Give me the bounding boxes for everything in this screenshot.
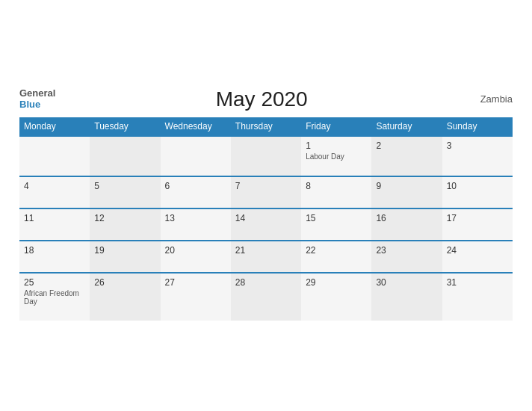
calendar-cell [161, 136, 231, 176]
calendar-cell: 11 [19, 208, 90, 241]
calendar-cell [19, 136, 90, 176]
day-number: 13 [165, 213, 226, 223]
calendar-cell: 24 [442, 241, 513, 273]
day-number: 17 [447, 213, 508, 223]
calendar-cell: 27 [161, 273, 231, 321]
calendar-title: May 2020 [55, 87, 468, 111]
calendar-cell: 7 [231, 176, 301, 208]
calendar: General Blue May 2020 Zambia Monday Tues… [8, 80, 524, 332]
day-number: 29 [306, 277, 367, 288]
day-number: 20 [165, 245, 226, 256]
col-tuesday: Tuesday [90, 117, 160, 136]
col-wednesday: Wednesday [161, 117, 231, 136]
day-number: 22 [306, 245, 367, 256]
day-number: 1 [306, 140, 367, 151]
day-number: 24 [447, 245, 508, 256]
day-number: 3 [447, 140, 508, 151]
calendar-week-row: 25African Freedom Day262728293031 [19, 273, 513, 321]
calendar-cell: 29 [301, 273, 371, 321]
calendar-cell: 12 [90, 208, 160, 241]
calendar-cell: 5 [90, 176, 160, 208]
day-number: 23 [376, 245, 437, 256]
day-number: 30 [376, 277, 437, 288]
day-number: 27 [165, 277, 226, 288]
calendar-country: Zambia [468, 93, 513, 105]
day-number: 2 [376, 140, 437, 151]
calendar-cell: 20 [161, 241, 231, 273]
day-number: 16 [376, 213, 437, 223]
calendar-cell: 13 [161, 208, 231, 241]
calendar-cell: 19 [90, 241, 160, 273]
col-monday: Monday [19, 117, 90, 136]
day-number: 11 [24, 213, 85, 223]
day-number: 26 [94, 277, 155, 288]
col-thursday: Thursday [231, 117, 301, 136]
calendar-cell: 18 [19, 241, 90, 273]
col-sunday: Sunday [442, 117, 513, 136]
col-saturday: Saturday [371, 117, 442, 136]
holiday-label: African Freedom Day [24, 289, 85, 306]
calendar-cell: 3 [442, 136, 513, 176]
calendar-cell [231, 136, 301, 176]
calendar-cell: 1Labour Day [301, 136, 371, 176]
day-number: 7 [235, 181, 297, 191]
calendar-cell: 6 [161, 176, 231, 208]
calendar-cell: 30 [371, 273, 442, 321]
logo-general-text: General [19, 88, 55, 99]
calendar-cell: 8 [301, 176, 371, 208]
holiday-label: Labour Day [306, 152, 367, 161]
calendar-cell: 2 [371, 136, 442, 176]
day-number: 14 [235, 213, 297, 223]
day-number: 18 [24, 245, 85, 256]
day-number: 19 [94, 245, 155, 256]
logo: General Blue [19, 88, 55, 110]
day-number: 9 [376, 181, 437, 191]
weekday-header-row: Monday Tuesday Wednesday Thursday Friday… [19, 117, 513, 136]
day-number: 31 [447, 277, 508, 288]
calendar-cell: 4 [19, 176, 90, 208]
calendar-cell: 21 [231, 241, 301, 273]
day-number: 15 [306, 213, 367, 223]
calendar-week-row: 45678910 [19, 176, 513, 208]
day-number: 10 [447, 181, 508, 191]
day-number: 4 [24, 181, 85, 191]
calendar-cell: 26 [90, 273, 160, 321]
calendar-cell: 23 [371, 241, 442, 273]
calendar-cell: 14 [231, 208, 301, 241]
calendar-cell: 15 [301, 208, 371, 241]
calendar-cell: 25African Freedom Day [19, 273, 90, 321]
calendar-cell: 10 [442, 176, 513, 208]
calendar-header: General Blue May 2020 Zambia [19, 87, 513, 111]
day-number: 28 [235, 277, 297, 288]
day-number: 12 [94, 213, 155, 223]
day-number: 25 [24, 277, 85, 288]
calendar-table: Monday Tuesday Wednesday Thursday Friday… [19, 117, 513, 321]
day-number: 6 [165, 181, 226, 191]
calendar-cell: 22 [301, 241, 371, 273]
day-number: 21 [235, 245, 297, 256]
calendar-week-row: 1Labour Day23 [19, 136, 513, 176]
calendar-week-row: 11121314151617 [19, 208, 513, 241]
logo-blue-text: Blue [19, 99, 55, 110]
col-friday: Friday [301, 117, 371, 136]
calendar-week-row: 18192021222324 [19, 241, 513, 273]
calendar-cell: 9 [371, 176, 442, 208]
calendar-cell: 31 [442, 273, 513, 321]
calendar-cell: 16 [371, 208, 442, 241]
calendar-cell: 28 [231, 273, 301, 321]
day-number: 8 [306, 181, 367, 191]
calendar-cell: 17 [442, 208, 513, 241]
day-number: 5 [94, 181, 155, 191]
calendar-cell [90, 136, 160, 176]
